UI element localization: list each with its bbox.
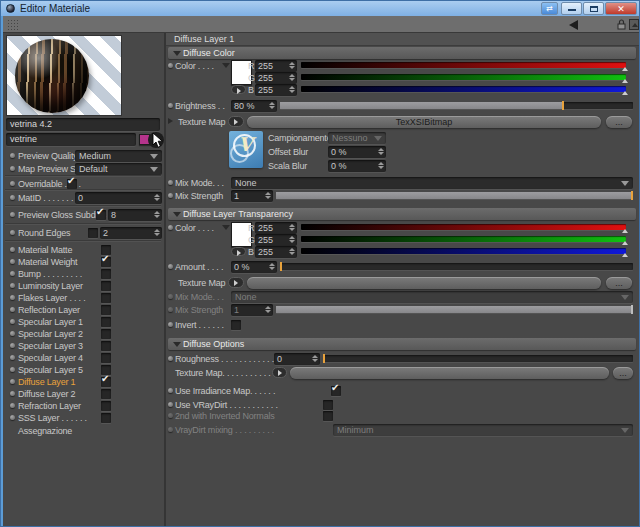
amount-stepper[interactable]	[269, 263, 275, 270]
amount-slider[interactable]	[280, 263, 633, 270]
use-irradiance-map-checkbox[interactable]	[331, 386, 341, 396]
title-bar[interactable]: Editor Materiale ⇄ ✕	[1, 1, 640, 16]
layer-checkbox[interactable]	[101, 305, 111, 315]
section-diffuse-layer-transparency[interactable]: Diffuse Layer Transparency	[168, 208, 636, 220]
round-edges-field[interactable]: 2	[100, 227, 162, 239]
drag-grip-icon[interactable]	[7, 19, 18, 30]
layer-checkbox[interactable]	[101, 353, 111, 363]
gradient-marker-icon[interactable]	[622, 79, 628, 83]
layer-checkbox[interactable]	[101, 317, 111, 327]
preview-quality-dropdown[interactable]: Medium	[75, 150, 162, 162]
offset-blur-field[interactable]: 0 %	[328, 146, 386, 158]
overridable-checkbox[interactable]	[67, 179, 77, 189]
blue-gradient-slider[interactable]	[301, 248, 626, 254]
layer-checkbox[interactable]	[101, 377, 111, 387]
green-stepper[interactable]	[289, 74, 295, 81]
texture-browse-button[interactable]: ...	[613, 367, 633, 379]
assegnazione-label[interactable]: Assegnazione	[18, 426, 72, 436]
mix-strength-stepper[interactable]	[265, 192, 271, 199]
color-expand-button[interactable]	[231, 247, 246, 256]
texture-map-button[interactable]: TexXSIBitmap	[247, 116, 601, 128]
blue-stepper[interactable]	[289, 86, 295, 93]
dock-icon[interactable]	[629, 19, 639, 30]
green-field[interactable]: 255	[255, 234, 297, 246]
red-stepper[interactable]	[289, 224, 295, 231]
layer-checkbox[interactable]	[101, 329, 111, 339]
lock-icon[interactable]	[617, 19, 626, 30]
offset-blur-stepper[interactable]	[378, 148, 384, 155]
blue-field[interactable]: 255	[255, 246, 297, 258]
layer-checkbox[interactable]	[101, 401, 111, 411]
window-swap-icon[interactable]: ⇄	[541, 2, 558, 15]
layer-checkbox[interactable]	[101, 293, 111, 303]
section-diffuse-options[interactable]: Diffuse Options	[168, 338, 636, 350]
gradient-marker-icon[interactable]	[622, 229, 628, 233]
blue-gradient-slider[interactable]	[301, 86, 626, 92]
material-name-field[interactable]: vetrina 4.2	[6, 118, 160, 131]
texture-map-button[interactable]	[247, 277, 601, 289]
close-button[interactable]: ✕	[605, 2, 637, 15]
roughness-slider[interactable]	[323, 355, 633, 362]
green-field[interactable]: 255	[255, 72, 297, 84]
scala-blur-stepper[interactable]	[378, 162, 384, 169]
layer-checkbox[interactable]	[101, 281, 111, 291]
color-options-arrow-icon[interactable]	[222, 63, 230, 68]
roughness-stepper[interactable]	[312, 355, 318, 362]
green-gradient-slider[interactable]	[301, 74, 626, 80]
preview-gloss-subdivs-field[interactable]: 8	[108, 209, 162, 221]
preview-gloss-subdivs-checkbox[interactable]	[96, 210, 106, 220]
layer-checkbox[interactable]	[101, 269, 111, 279]
round-edges-stepper[interactable]	[154, 229, 160, 236]
section-diffuse-color[interactable]: Diffuse Color	[168, 47, 636, 59]
shader-name-field[interactable]: vetrine	[6, 133, 136, 146]
texture-browse-button[interactable]: ...	[606, 277, 632, 289]
brightness-field[interactable]: 80 %	[231, 100, 277, 112]
mix-strength-slider[interactable]	[276, 192, 633, 199]
use-vraydirt-checkbox[interactable]	[323, 400, 333, 410]
texture-browse-button[interactable]: ...	[606, 116, 632, 128]
red-field[interactable]: 255	[255, 222, 297, 234]
brightness-stepper[interactable]	[269, 102, 275, 109]
green-stepper[interactable]	[289, 236, 295, 243]
minimize-button[interactable]	[561, 2, 582, 15]
campionamento-dropdown[interactable]: Nessuno	[328, 132, 386, 144]
texture-expand-button[interactable]	[228, 116, 244, 127]
map-preview-size-dropdown[interactable]: Default	[75, 163, 162, 175]
material-preview[interactable]	[6, 35, 122, 116]
amount-field[interactable]: 0 %	[231, 261, 277, 273]
mix-mode-dropdown[interactable]: None	[231, 177, 633, 189]
preview-gloss-subdivs-stepper[interactable]	[154, 211, 160, 218]
layer-checkbox[interactable]	[101, 257, 111, 267]
roughness-field[interactable]: 0	[274, 353, 320, 365]
green-gradient-slider[interactable]	[301, 236, 626, 242]
brightness-slider[interactable]	[280, 102, 633, 109]
color-options-arrow-icon[interactable]	[222, 225, 230, 230]
layer-checkbox[interactable]	[101, 389, 111, 399]
texture-map-button[interactable]	[290, 367, 609, 379]
blue-field[interactable]: 255	[255, 84, 297, 96]
round-edges-checkbox[interactable]	[88, 228, 98, 238]
maximize-button[interactable]	[583, 2, 604, 15]
gradient-marker-icon[interactable]	[622, 241, 628, 245]
layer-checkbox[interactable]	[101, 413, 111, 423]
red-field[interactable]: 255	[255, 60, 297, 72]
red-gradient-slider[interactable]	[301, 62, 626, 68]
matid-stepper[interactable]	[154, 194, 160, 201]
color-expand-button[interactable]	[231, 85, 246, 94]
expander-icon[interactable]	[168, 118, 173, 124]
gradient-marker-icon[interactable]	[622, 253, 628, 257]
blue-stepper[interactable]	[289, 248, 295, 255]
blue-value: 255	[258, 247, 273, 257]
invert-checkbox[interactable]	[231, 320, 241, 330]
texture-expand-button[interactable]	[272, 367, 287, 378]
scala-blur-field[interactable]: 0 %	[328, 160, 386, 172]
back-arrow-icon[interactable]	[569, 20, 578, 30]
matid-field[interactable]: 0	[75, 192, 162, 204]
gradient-marker-icon[interactable]	[622, 67, 628, 71]
mix-strength-field[interactable]: 1	[231, 190, 273, 202]
gradient-marker-icon[interactable]	[622, 91, 628, 95]
red-gradient-slider[interactable]	[301, 224, 626, 230]
red-stepper[interactable]	[289, 62, 295, 69]
layer-checkbox[interactable]	[101, 341, 111, 351]
texture-expand-button[interactable]	[228, 277, 244, 288]
